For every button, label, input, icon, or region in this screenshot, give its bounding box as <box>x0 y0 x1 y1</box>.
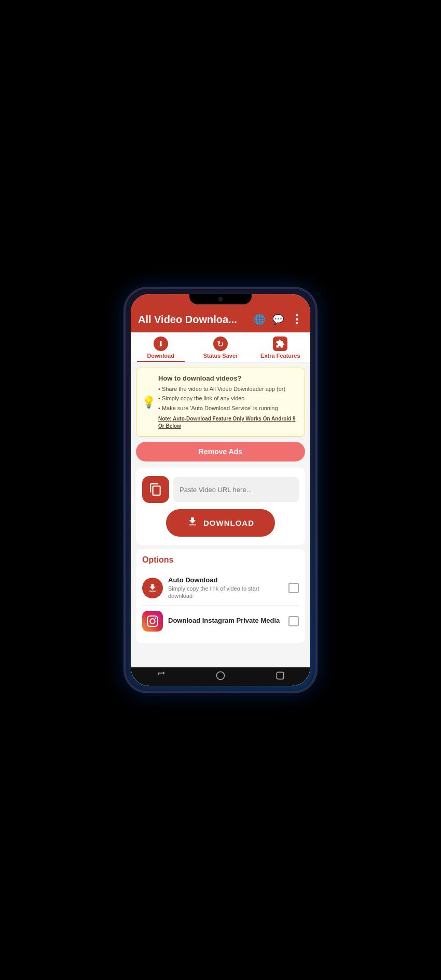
camera <box>218 297 223 301</box>
tab-download[interactable]: ⬇ Download <box>131 332 190 362</box>
auto-download-icon <box>142 578 163 598</box>
url-section: DOWNLOAD <box>136 468 305 545</box>
auto-download-name: Auto Download <box>168 576 283 584</box>
info-title: How to download videos? <box>158 374 298 382</box>
download-tab-icon: ⬇ <box>154 337 168 351</box>
more-icon[interactable]: ⋮ <box>291 313 303 326</box>
extra-features-tab-icon <box>273 337 287 351</box>
tab-status-saver[interactable]: ↻ Status Saver <box>190 332 250 362</box>
extra-features-tab-label: Extra Features <box>260 353 300 359</box>
info-note: Note: Auto-Download Feature Only Works O… <box>158 415 298 430</box>
info-point-2: • Simply copy the link of any video <box>158 395 298 402</box>
bottom-nav <box>131 667 310 686</box>
svg-rect-1 <box>277 672 284 679</box>
auto-download-text: Auto Download Simply copy the link of vi… <box>168 576 283 600</box>
tab-bar: ⬇ Download ↻ Status Saver Extra Features <box>131 332 310 362</box>
bulb-icon: 💡 <box>142 396 156 409</box>
recent-button[interactable] <box>275 670 285 683</box>
status-saver-tab-label: Status Saver <box>203 353 238 359</box>
options-title: Options <box>142 555 299 565</box>
url-input[interactable] <box>173 477 299 502</box>
download-button-icon <box>187 516 198 530</box>
download-button-label: DOWNLOAD <box>203 519 254 527</box>
instagram-checkbox[interactable] <box>288 616 299 626</box>
auto-download-checkbox[interactable] <box>288 583 299 593</box>
back-button[interactable] <box>156 670 166 683</box>
status-saver-tab-icon: ↻ <box>213 337 228 351</box>
phone-screen: All Video Downloa... 🌐 💬 ⋮ ⬇ Download ↻ … <box>131 294 310 686</box>
home-button[interactable] <box>215 670 226 683</box>
instagram-text: Download Instagram Private Media <box>168 617 283 625</box>
main-content: 💡 How to download videos? • Share the vi… <box>131 362 310 667</box>
instagram-icon <box>142 611 163 632</box>
note-text: Auto-Download Feature Only Works On Andr… <box>158 416 296 429</box>
auto-download-desc: Simply copy the link of video to start d… <box>168 585 283 600</box>
info-point-1: • Share the video to All Video Downloade… <box>158 385 298 393</box>
tab-extra-features[interactable]: Extra Features <box>251 332 310 362</box>
option-auto-download: Auto Download Simply copy the link of vi… <box>142 571 299 606</box>
note-label: Note: <box>158 416 172 422</box>
download-button[interactable]: DOWNLOAD <box>166 509 275 537</box>
clipboard-button[interactable] <box>142 476 169 503</box>
remove-ads-button[interactable]: Remove Ads <box>136 442 305 461</box>
phone-notch <box>189 294 252 304</box>
app-title: All Video Downloa... <box>138 314 237 326</box>
whatsapp-icon[interactable]: 💬 <box>272 314 284 325</box>
status-bar <box>131 294 310 309</box>
svg-point-0 <box>216 672 224 680</box>
header-icons: 🌐 💬 ⋮ <box>254 313 303 326</box>
app-header: All Video Downloa... 🌐 💬 ⋮ <box>131 309 310 332</box>
globe-icon[interactable]: 🌐 <box>254 314 265 325</box>
instagram-name: Download Instagram Private Media <box>168 617 283 624</box>
download-tab-label: Download <box>147 353 174 359</box>
url-input-row <box>142 476 299 503</box>
options-section: Options Auto Download Simply copy the li… <box>136 549 305 643</box>
option-instagram: Download Instagram Private Media <box>142 606 299 637</box>
info-point-3: • Make sure 'Auto Download Service' is r… <box>158 404 298 412</box>
info-box: 💡 How to download videos? • Share the vi… <box>136 368 305 437</box>
phone-device: All Video Downloa... 🌐 💬 ⋮ ⬇ Download ↻ … <box>125 288 316 692</box>
